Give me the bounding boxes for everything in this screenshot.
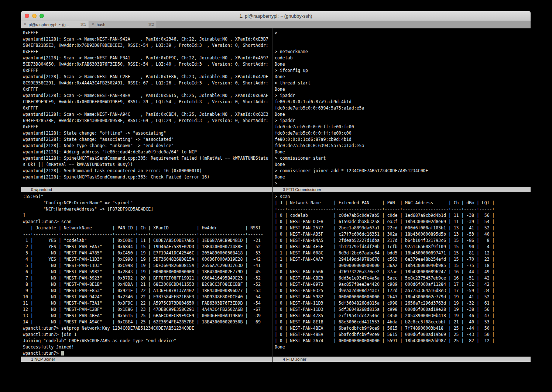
- pane-titlebar-ftd-commissioner[interactable]: 3 FTD Commissioner: [273, 187, 531, 192]
- window-title: 1. pi@raspberrypi: ~ (gnubby-ssh): [239, 13, 312, 19]
- tab-bash[interactable]: ✕ bash ⌘2: [89, 21, 157, 28]
- pane-wpantund[interactable]: 0xFFFF wpantund[2128]: Scan -> Name:NEST…: [21, 28, 272, 187]
- tab-shortcut-badge: ⌘2: [148, 22, 154, 27]
- traffic-lights: [25, 11, 44, 21]
- tab-close-icon[interactable]: ✕: [24, 23, 27, 26]
- pane-titlebar-row-bottom: 1 NCP Joiner 4 FTD Joiner: [21, 357, 531, 362]
- zoom-window-button[interactable]: [40, 14, 44, 18]
- terminal-output-wpantund: 0xFFFF wpantund[2128]: Scan -> Name:NEST…: [21, 28, 272, 180]
- terminal-output-ftd-commissioner: > > networkname codelab Done > ifconfig …: [273, 28, 531, 187]
- pane-titlebar-ncp-joiner[interactable]: 1 NCP Joiner: [21, 357, 272, 362]
- terminal-output-ftd-joiner: > scan | J | Network Name | Extended PAN…: [273, 192, 531, 350]
- pane-titlebar-ftd-joiner[interactable]: 4 FTD Joiner: [273, 357, 531, 362]
- tab-label: pi@raspberrypi: ~ (g...: [29, 22, 78, 27]
- pane-ftd-joiner[interactable]: > scan | J | Network Name | Extended PAN…: [273, 192, 531, 357]
- tmux-panes-container: 0xFFFF wpantund[2128]: Scan -> Name:NEST…: [21, 28, 531, 364]
- pane-titlebar-row-top: 0 wpantund 3 FTD Commissioner: [21, 187, 531, 192]
- pane-titlebar-wpantund[interactable]: 0 wpantund: [21, 187, 272, 192]
- terminal-cursor: [61, 351, 64, 355]
- tab-close-icon[interactable]: ✕: [92, 23, 95, 26]
- tab-bar: ✕ pi@raspberrypi: ~ (g... ⌘1 ✕ bash ⌘2: [21, 21, 531, 28]
- window-titlebar[interactable]: 1. pi@raspberrypi: ~ (gnubby-ssh): [21, 11, 531, 21]
- desktop-background: 1. pi@raspberrypi: ~ (gnubby-ssh) ✕ pi@r…: [0, 0, 552, 392]
- pane-ncp-joiner[interactable]: :55:05)" "Config:NCP:DriverName" => "spi…: [21, 192, 272, 357]
- tab-shortcut-badge: ⌘1: [80, 22, 86, 27]
- pane-ftd-commissioner[interactable]: > > networkname codelab Done > ifconfig …: [273, 28, 531, 187]
- terminal-output-ncp-joiner: :55:05)" "Config:NCP:DriverName" => "spi…: [21, 192, 272, 357]
- close-window-button[interactable]: [25, 14, 29, 18]
- terminal-window: 1. pi@raspberrypi: ~ (gnubby-ssh) ✕ pi@r…: [21, 11, 531, 364]
- tab-label: bash: [97, 22, 146, 27]
- minimize-window-button[interactable]: [32, 14, 37, 18]
- tab-ssh-session[interactable]: ✕ pi@raspberrypi: ~ (g... ⌘1: [21, 21, 89, 28]
